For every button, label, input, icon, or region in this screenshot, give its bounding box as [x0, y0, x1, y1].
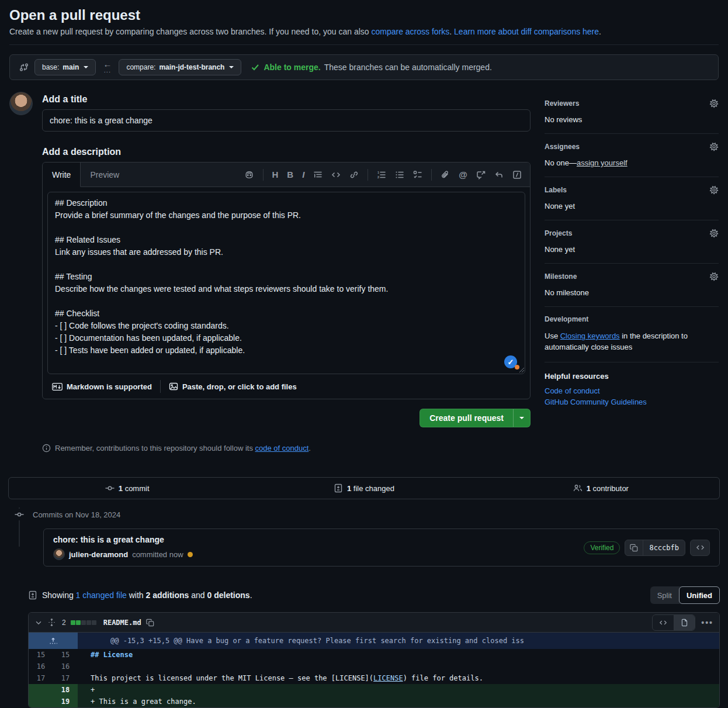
changed-file-link[interactable]: 1 changed file [76, 590, 127, 600]
pr-title-input[interactable] [42, 109, 531, 132]
old-line-number[interactable] [29, 696, 53, 707]
commit-sha[interactable]: 8cccbfb [643, 540, 685, 555]
files-changed-stat[interactable]: 1 file changed [245, 483, 482, 493]
commit-icon [14, 509, 25, 520]
description-label: Add a description [42, 147, 531, 157]
reviewers-value: No reviews [545, 115, 719, 124]
new-line-number[interactable]: 17 [53, 672, 78, 684]
deletions-count: 0 deletions [207, 590, 250, 600]
reviewers-label: Reviewers [545, 99, 579, 108]
source-view-button[interactable] [653, 615, 674, 630]
commits-timeline: Commits on Nov 18, 2024 chore: this is a… [8, 509, 720, 567]
bold-icon[interactable]: B [287, 170, 293, 179]
copilot-icon[interactable] [244, 170, 254, 179]
closing-keywords-link[interactable]: Closing keywords [560, 331, 620, 340]
learn-more-link[interactable]: Learn more about diff comparisons here [454, 27, 599, 36]
pr-description-textarea[interactable]: ## Description Provide a brief summary o… [47, 192, 525, 374]
compare-branch-dropdown[interactable]: compare: main-jd-test-branch [119, 59, 241, 75]
diff-line-text: + This is a great change. [78, 696, 719, 707]
addition-block [71, 620, 75, 625]
assign-yourself-link[interactable]: assign yourself [577, 158, 628, 167]
commit-author-avatar[interactable] [53, 548, 65, 560]
italic-icon[interactable]: I [302, 170, 304, 179]
cross-reference-icon[interactable] [476, 170, 486, 179]
expand-diff-icon[interactable] [47, 618, 56, 627]
compare-label: compare: [126, 63, 155, 71]
code-icon[interactable] [331, 170, 341, 179]
attach-file-icon[interactable] [441, 170, 450, 179]
paste-drop-button[interactable]: Paste, drop, or click to add files [169, 382, 297, 391]
commit-status-dot[interactable] [188, 552, 193, 557]
tab-preview[interactable]: Preview [81, 163, 129, 187]
saved-replies-icon[interactable] [494, 170, 504, 179]
markdown-supported-link[interactable]: Markdown is supported [52, 382, 152, 391]
unified-view-button[interactable]: Unified [679, 586, 720, 604]
title-label: Add a title [42, 94, 531, 105]
tab-write[interactable]: Write [43, 163, 81, 187]
verified-badge[interactable]: Verified [584, 541, 620, 554]
conduct-text: Remember, contributions to this reposito… [55, 444, 255, 453]
commit-title[interactable]: chore: this is a great change [53, 535, 193, 544]
collapse-file-chevron-icon[interactable] [34, 619, 43, 627]
addition-block [76, 620, 81, 625]
compare-across-forks-link[interactable]: compare across forks [371, 27, 449, 36]
gear-icon[interactable] [709, 272, 719, 281]
slash-commands-icon[interactable] [512, 170, 522, 179]
gear-icon[interactable] [709, 185, 719, 195]
file-options-kebab-icon[interactable]: ••• [701, 618, 713, 627]
expand-hunk-button[interactable] [29, 633, 78, 649]
copy-icon [146, 619, 154, 627]
toolbar-divider [368, 169, 368, 181]
create-pr-dropdown[interactable] [513, 409, 530, 427]
gear-icon[interactable] [709, 99, 719, 108]
old-line-number[interactable]: 16 [29, 661, 53, 672]
numbered-list-icon[interactable]: 12 [377, 170, 386, 179]
license-link[interactable]: LICENSE [373, 674, 403, 682]
code-of-conduct-resource-link[interactable]: Code of conduct [545, 386, 719, 395]
diff-filename[interactable]: README.md [103, 619, 141, 627]
pr-sidebar: Reviewers No reviews Assignees No one—as… [545, 89, 719, 416]
code-of-conduct-link[interactable]: code of conduct [255, 444, 309, 453]
split-view-button[interactable]: Split [650, 586, 679, 604]
milestone-value: No milestone [545, 288, 719, 297]
base-branch-dropdown[interactable]: base: main [34, 59, 96, 75]
copy-filename-button[interactable] [146, 619, 154, 627]
heading-icon[interactable]: H [272, 170, 279, 179]
file-diff-card: 2 README.md ••• @@ -15,3 +15,5 @@ Have a… [28, 612, 720, 708]
community-guidelines-link[interactable]: GitHub Community Guidelines [545, 398, 719, 406]
contributors-count: 1 [587, 484, 591, 493]
gear-icon[interactable] [709, 229, 719, 238]
create-pull-request-button[interactable]: Create pull request [420, 409, 531, 427]
bullet-list-icon[interactable] [395, 170, 404, 179]
gear-icon[interactable] [709, 142, 719, 151]
link-icon[interactable] [349, 170, 359, 179]
neutral-block [86, 620, 91, 625]
rich-view-button[interactable] [674, 615, 695, 630]
copy-sha-button[interactable] [625, 540, 643, 555]
task-list-icon[interactable] [413, 170, 422, 179]
chevron-down-icon [229, 66, 234, 68]
old-line-number[interactable]: 17 [29, 672, 53, 684]
subtitle-period: . [599, 27, 601, 36]
commits-stat[interactable]: 1 commit [9, 483, 245, 493]
new-line-number[interactable]: 15 [53, 649, 78, 661]
files-stat-label: file changed [353, 484, 394, 493]
commit-author[interactable]: julien-deramond [69, 550, 128, 559]
new-line-number[interactable]: 18 [53, 684, 78, 696]
browse-code-button[interactable] [690, 540, 710, 556]
chevron-down-icon [519, 417, 524, 419]
new-line-number[interactable]: 16 [53, 661, 78, 672]
showing-text: Showing [42, 590, 76, 600]
development-text: Use [545, 331, 560, 340]
editor-tab-bar: Write Preview H B I [43, 163, 530, 187]
contributors-stat[interactable]: 1 contributor [483, 483, 719, 493]
old-line-number[interactable]: 15 [29, 649, 53, 661]
new-line-number[interactable]: 19 [53, 696, 78, 707]
diff-line-text: ## License [78, 649, 719, 661]
mention-icon[interactable]: @ [459, 170, 467, 179]
old-line-number[interactable] [29, 684, 53, 696]
quote-icon[interactable] [313, 170, 323, 179]
commit-sha-group: 8cccbfb [625, 540, 685, 556]
merge-detail-text: These branches can be automatically merg… [324, 63, 492, 72]
expand-up-icon [48, 636, 58, 645]
